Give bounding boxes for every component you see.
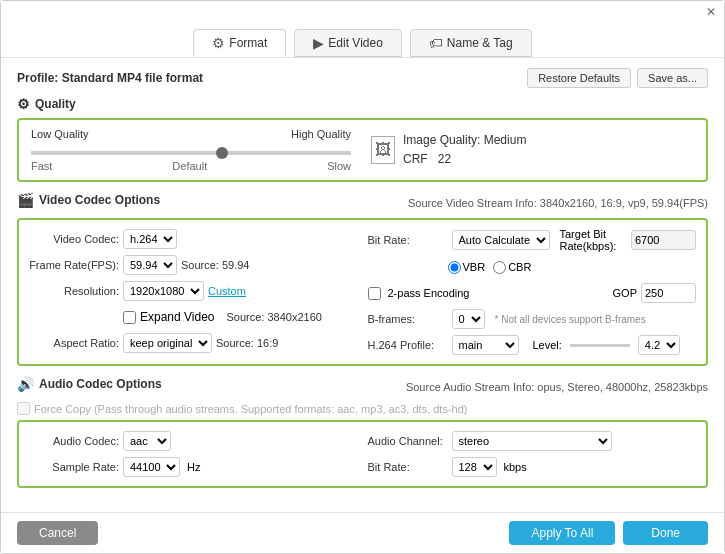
tab-edit-video[interactable]: ▶ Edit Video — [294, 29, 402, 57]
level-select[interactable]: 4.2 4.0 5.0 — [638, 335, 680, 355]
quality-right: 🖼 Image Quality: Medium CRF 22 — [371, 131, 526, 169]
video-codec-row: Video Codec: h.264 h.265 vp9 — [29, 228, 358, 250]
apply-to-all-button[interactable]: Apply To All — [509, 521, 615, 545]
video-codec-box: Video Codec: h.264 h.265 vp9 Frame Rate(… — [17, 218, 708, 366]
video-codec-icon: 🎬 — [17, 192, 34, 208]
quality-title: Quality — [35, 97, 76, 111]
expand-row: Expand Video Source: 3840x2160 — [29, 306, 358, 328]
cancel-button[interactable]: Cancel — [17, 521, 98, 545]
audio-channel-select[interactable]: stereo mono 5.1 — [452, 431, 612, 451]
bottom-bar: Cancel Apply To All Done — [1, 512, 724, 553]
gop-label: GOP — [613, 287, 637, 299]
aspect-label: Aspect Ratio: — [29, 337, 119, 349]
resolution-row: Resolution: 1920x1080 3840x2160 1280x720… — [29, 280, 358, 302]
audio-codec-header-row: 🔊 Audio Codec Options Source Audio Strea… — [17, 376, 708, 398]
resolution-source: Source: 3840x2160 — [227, 311, 322, 323]
profile-value: Standard MP4 file format — [62, 71, 203, 85]
profile-row: Profile: Standard MP4 file format Restor… — [17, 68, 708, 88]
close-button[interactable]: ✕ — [704, 5, 718, 19]
profile-text: Profile: Standard MP4 file format — [17, 71, 203, 85]
quality-labels-top: Low Quality High Quality — [31, 128, 351, 140]
audio-icon: 🔊 — [17, 376, 34, 392]
quality-slider-area: Low Quality High Quality Fast Default Sl… — [31, 128, 351, 172]
level-label: Level: — [533, 339, 562, 351]
bitrate-select[interactable]: Auto Calculate Custom — [452, 230, 550, 250]
bframes-select[interactable]: 0 1 2 — [452, 309, 485, 329]
bframes-label: B-frames: — [368, 313, 448, 325]
audio-codec-row: Audio Codec: aac mp3 ac3 — [29, 430, 358, 452]
framerate-label: Frame Rate(FPS): — [29, 259, 119, 271]
video-source-info: Source Video Stream Info: 3840x2160, 16:… — [408, 197, 708, 209]
default-label: Default — [172, 160, 207, 172]
tab-bar: ⚙ Format ▶ Edit Video 🏷 Name & Tag — [1, 23, 724, 58]
quality-section: ⚙ Quality Low Quality High Quality Fast … — [17, 96, 708, 182]
framerate-row: Frame Rate(FPS): 59.94 30 24 Source: 59.… — [29, 254, 358, 276]
video-codec-header-row: 🎬 Video Codec Options Source Video Strea… — [17, 192, 708, 214]
tab-format-label: Format — [229, 36, 267, 50]
profile-buttons: Restore Defaults Save as... — [527, 68, 708, 88]
video-codec-label: Video Codec: — [29, 233, 119, 245]
expand-video-checkbox[interactable] — [123, 311, 136, 324]
bframes-note: * Not all devices support B-frames — [495, 314, 646, 325]
tab-name-tag-label: Name & Tag — [447, 36, 513, 50]
tab-name-tag[interactable]: 🏷 Name & Tag — [410, 29, 532, 57]
level-slider — [570, 344, 630, 347]
vbr-label[interactable]: VBR — [448, 261, 486, 274]
sample-rate-label: Sample Rate: — [29, 461, 119, 473]
audio-codec-select[interactable]: aac mp3 ac3 — [123, 431, 171, 451]
vbr-cbr-row: VBR CBR — [368, 256, 697, 278]
crf-value: 22 — [438, 152, 451, 166]
edit-video-icon: ▶ — [313, 35, 324, 51]
gop-input[interactable] — [641, 283, 696, 303]
sample-rate-row: Sample Rate: 44100 48000 22050 Hz — [29, 456, 358, 478]
custom-button[interactable]: Custom — [208, 285, 246, 297]
aspect-select[interactable]: keep original 4:3 16:9 — [123, 333, 212, 353]
audio-bitrate-select[interactable]: 128 192 256 — [452, 457, 497, 477]
framerate-select[interactable]: 59.94 30 24 — [123, 255, 177, 275]
content-area: Profile: Standard MP4 file format Restor… — [1, 58, 724, 512]
image-quality-label: Image Quality: Medium — [403, 131, 526, 150]
cbr-label[interactable]: CBR — [493, 261, 531, 274]
audio-right: Audio Channel: stereo mono 5.1 Bit Rate:… — [368, 430, 697, 478]
expand-video-label: Expand Video — [140, 310, 215, 324]
fast-label: Fast — [31, 160, 52, 172]
force-copy-row: Force Copy (Pass through audio streams. … — [17, 402, 708, 415]
tab-edit-video-label: Edit Video — [328, 36, 383, 50]
h264-profile-select[interactable]: main high baseline — [452, 335, 519, 355]
audio-bitrate-row: Bit Rate: 128 192 256 kbps — [368, 456, 697, 478]
quality-slider[interactable] — [31, 151, 351, 155]
hz-label: Hz — [187, 461, 200, 473]
image-icon: 🖼 — [371, 136, 395, 164]
audio-channel-row: Audio Channel: stereo mono 5.1 — [368, 430, 697, 452]
save-as-button[interactable]: Save as... — [637, 68, 708, 88]
tab-format[interactable]: ⚙ Format — [193, 29, 286, 57]
sample-rate-select[interactable]: 44100 48000 22050 — [123, 457, 180, 477]
bitrate-label: Bit Rate: — [368, 234, 448, 246]
crf-label: CRF — [403, 152, 428, 166]
restore-defaults-button[interactable]: Restore Defaults — [527, 68, 631, 88]
target-bitrate-input[interactable] — [631, 230, 696, 250]
video-codec-select[interactable]: h.264 h.265 vp9 — [123, 229, 177, 249]
two-pass-checkbox[interactable] — [368, 287, 381, 300]
resolution-select[interactable]: 1920x1080 3840x2160 1280x720 — [123, 281, 204, 301]
framerate-source: Source: 59.94 — [181, 259, 250, 271]
name-tag-icon: 🏷 — [429, 35, 443, 51]
title-bar: ✕ — [1, 1, 724, 23]
low-quality-label: Low Quality — [31, 128, 88, 140]
kbps-label: kbps — [504, 461, 527, 473]
force-copy-label: Force Copy (Pass through audio streams. … — [34, 403, 467, 415]
video-codec-section: 🎬 Video Codec Options Source Video Strea… — [17, 192, 708, 366]
cbr-radio[interactable] — [493, 261, 506, 274]
two-pass-label: 2-pass Encoding — [388, 287, 470, 299]
audio-codec-title: Audio Codec Options — [39, 377, 162, 391]
audio-codec-header: 🔊 Audio Codec Options — [17, 376, 162, 392]
target-bitrate-label: Target Bit Rate(kbps): — [560, 228, 628, 252]
bitrate-row: Bit Rate: Auto Calculate Custom Target B… — [368, 228, 697, 252]
done-button[interactable]: Done — [623, 521, 708, 545]
aspect-source: Source: 16:9 — [216, 337, 278, 349]
force-copy-checkbox — [17, 402, 30, 415]
audio-codec-box: Audio Codec: aac mp3 ac3 Sample Rate: 44… — [17, 420, 708, 488]
quality-box: Low Quality High Quality Fast Default Sl… — [17, 118, 708, 182]
quality-header: ⚙ Quality — [17, 96, 708, 112]
vbr-radio[interactable] — [448, 261, 461, 274]
